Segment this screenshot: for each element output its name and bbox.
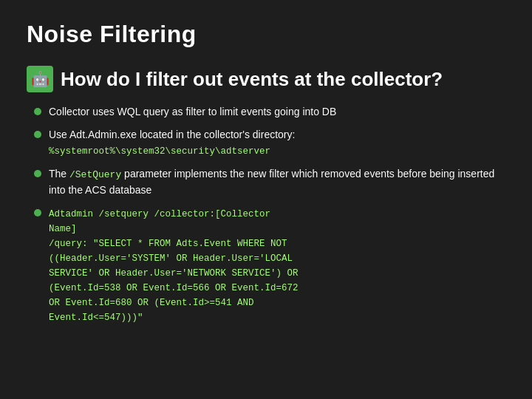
list-item: The /SetQuery parameter implements the n… <box>34 166 505 198</box>
bullet-dot <box>34 131 41 138</box>
section-heading: 🤖 How do I filter out events at the coll… <box>27 66 505 92</box>
bullet-text: Adtadmin /setquery /collector:[Collector… <box>49 205 505 325</box>
bullet-code-block: %systemroot%\system32\security\adtserver <box>49 144 505 159</box>
slide-title: Noise Filtering <box>27 21 505 48</box>
list-item: Use Adt.Admin.exe located in the collect… <box>34 127 505 159</box>
bullet-list: Collector uses WQL query as filter to li… <box>27 104 505 325</box>
bullet-text-plain: Use Adt.Admin.exe located in the collect… <box>49 129 295 140</box>
bullet-text-pre: The <box>49 168 69 180</box>
robot-icon: 🤖 <box>27 66 53 92</box>
bullet-dot <box>34 108 41 115</box>
bullet-inline-code: /SetQuery <box>69 169 121 180</box>
list-item: Adtadmin /setquery /collector:[Collector… <box>34 205 505 325</box>
section-heading-text: How do I filter out events at the collec… <box>61 68 443 91</box>
list-item: Collector uses WQL query as filter to li… <box>34 104 505 120</box>
bullet-dot <box>34 170 41 177</box>
bullet-text: Collector uses WQL query as filter to li… <box>49 104 505 120</box>
bullet-dot <box>34 209 41 216</box>
bullet-text: The /SetQuery parameter implements the n… <box>49 166 505 198</box>
slide: Noise Filtering 🤖 How do I filter out ev… <box>0 0 532 399</box>
bullet-text: Use Adt.Admin.exe located in the collect… <box>49 127 505 159</box>
bullet-code-block: Adtadmin /setquery /collector:[Collector… <box>49 207 505 325</box>
